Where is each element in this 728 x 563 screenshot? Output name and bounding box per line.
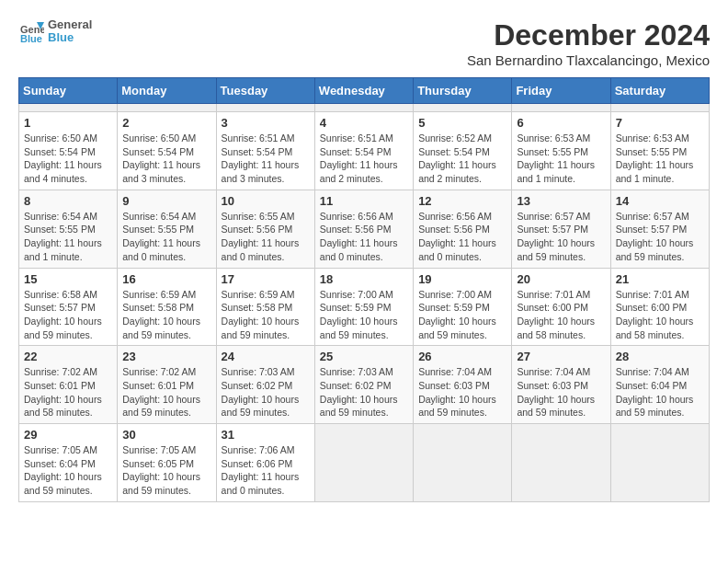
calendar-week-row: 15Sunrise: 6:58 AMSunset: 5:57 PMDayligh… xyxy=(19,268,710,346)
day-of-week-header: Monday xyxy=(118,78,216,104)
day-content: Sunrise: 6:53 AMSunset: 5:55 PMDaylight:… xyxy=(616,132,704,186)
day-number: 24 xyxy=(222,350,310,363)
logo-line2: Blue xyxy=(48,31,92,44)
day-content: Sunrise: 7:01 AMSunset: 6:00 PMDaylight:… xyxy=(616,288,704,342)
day-content: Sunrise: 7:00 AMSunset: 5:59 PMDaylight:… xyxy=(418,288,506,342)
day-number: 5 xyxy=(418,116,506,130)
day-number: 25 xyxy=(320,350,408,363)
day-number: 12 xyxy=(418,194,506,208)
day-content: Sunrise: 7:04 AMSunset: 6:03 PMDaylight:… xyxy=(418,365,506,419)
day-content: Sunrise: 6:57 AMSunset: 5:57 PMDaylight:… xyxy=(616,210,704,264)
calendar-day-cell xyxy=(610,104,709,112)
calendar-day-cell: 19Sunrise: 7:00 AMSunset: 5:59 PMDayligh… xyxy=(414,268,512,346)
logo-text: General Blue xyxy=(48,18,92,45)
calendar-day-cell: 1Sunrise: 6:50 AMSunset: 5:54 PMDaylight… xyxy=(19,112,118,190)
calendar-week-row: 22Sunrise: 7:02 AMSunset: 6:01 PMDayligh… xyxy=(19,346,710,424)
day-content: Sunrise: 6:59 AMSunset: 5:58 PMDaylight:… xyxy=(222,288,310,342)
day-content: Sunrise: 6:57 AMSunset: 5:57 PMDaylight:… xyxy=(517,210,605,264)
svg-text:Blue: Blue xyxy=(20,33,42,44)
day-of-week-header: Saturday xyxy=(610,78,709,104)
day-number: 1 xyxy=(24,116,112,130)
day-content: Sunrise: 7:05 AMSunset: 6:04 PMDaylight:… xyxy=(24,443,112,498)
calendar-day-cell: 16Sunrise: 6:59 AMSunset: 5:58 PMDayligh… xyxy=(118,268,216,346)
day-content: Sunrise: 6:54 AMSunset: 5:55 PMDaylight:… xyxy=(24,210,112,264)
calendar-day-cell xyxy=(216,104,314,112)
day-content: Sunrise: 7:06 AMSunset: 6:06 PMDaylight:… xyxy=(222,443,310,498)
day-content: Sunrise: 6:55 AMSunset: 5:56 PMDaylight:… xyxy=(222,210,310,264)
day-number: 18 xyxy=(320,272,408,286)
day-number: 28 xyxy=(616,350,704,363)
calendar-day-cell: 6Sunrise: 6:53 AMSunset: 5:55 PMDaylight… xyxy=(512,112,610,190)
calendar-day-cell: 11Sunrise: 6:56 AMSunset: 5:56 PMDayligh… xyxy=(314,190,413,268)
calendar-header-row: SundayMondayTuesdayWednesdayThursdayFrid… xyxy=(19,78,710,104)
calendar-day-cell: 17Sunrise: 6:59 AMSunset: 5:58 PMDayligh… xyxy=(216,268,314,346)
day-content: Sunrise: 6:50 AMSunset: 5:54 PMDaylight:… xyxy=(24,132,112,186)
day-of-week-header: Sunday xyxy=(19,78,118,104)
day-content: Sunrise: 7:02 AMSunset: 6:01 PMDaylight:… xyxy=(122,365,210,419)
calendar-day-cell: 12Sunrise: 6:56 AMSunset: 5:56 PMDayligh… xyxy=(414,190,512,268)
calendar-day-cell: 21Sunrise: 7:01 AMSunset: 6:00 PMDayligh… xyxy=(610,268,709,346)
calendar-day-cell xyxy=(314,424,413,502)
day-number: 27 xyxy=(517,350,605,363)
day-content: Sunrise: 7:03 AMSunset: 6:02 PMDaylight:… xyxy=(320,365,408,419)
calendar-day-cell: 25Sunrise: 7:03 AMSunset: 6:02 PMDayligh… xyxy=(314,346,413,424)
calendar-day-cell: 26Sunrise: 7:04 AMSunset: 6:03 PMDayligh… xyxy=(414,346,512,424)
calendar-day-cell xyxy=(414,104,512,112)
day-of-week-header: Thursday xyxy=(414,78,512,104)
calendar-week-row xyxy=(19,104,710,112)
calendar-day-cell xyxy=(512,424,610,502)
day-number: 3 xyxy=(222,116,310,130)
day-number: 19 xyxy=(418,272,506,286)
day-content: Sunrise: 7:00 AMSunset: 5:59 PMDaylight:… xyxy=(320,288,408,342)
calendar-day-cell: 4Sunrise: 6:51 AMSunset: 5:54 PMDaylight… xyxy=(314,112,413,190)
day-number: 8 xyxy=(24,194,112,208)
day-number: 9 xyxy=(122,194,210,208)
day-content: Sunrise: 6:56 AMSunset: 5:56 PMDaylight:… xyxy=(418,210,506,264)
page-title: December 2024 xyxy=(467,18,710,52)
calendar-day-cell xyxy=(414,424,512,502)
calendar-day-cell: 3Sunrise: 6:51 AMSunset: 5:54 PMDaylight… xyxy=(216,112,314,190)
calendar-day-cell: 15Sunrise: 6:58 AMSunset: 5:57 PMDayligh… xyxy=(19,268,118,346)
day-number: 22 xyxy=(24,350,112,363)
day-content: Sunrise: 6:50 AMSunset: 5:54 PMDaylight:… xyxy=(122,132,210,186)
calendar-day-cell: 31Sunrise: 7:06 AMSunset: 6:06 PMDayligh… xyxy=(216,424,314,502)
day-content: Sunrise: 7:03 AMSunset: 6:02 PMDaylight:… xyxy=(222,365,310,419)
day-content: Sunrise: 6:58 AMSunset: 5:57 PMDaylight:… xyxy=(24,288,112,342)
calendar-day-cell: 5Sunrise: 6:52 AMSunset: 5:54 PMDaylight… xyxy=(414,112,512,190)
day-number: 31 xyxy=(222,428,310,442)
calendar-day-cell xyxy=(118,104,216,112)
day-number: 15 xyxy=(24,272,112,286)
day-of-week-header: Wednesday xyxy=(314,78,413,104)
logo-icon: General Blue xyxy=(18,18,44,44)
day-content: Sunrise: 6:59 AMSunset: 5:58 PMDaylight:… xyxy=(122,288,210,342)
day-content: Sunrise: 6:52 AMSunset: 5:54 PMDaylight:… xyxy=(418,132,506,186)
day-content: Sunrise: 7:05 AMSunset: 6:05 PMDaylight:… xyxy=(122,443,210,498)
calendar-day-cell: 22Sunrise: 7:02 AMSunset: 6:01 PMDayligh… xyxy=(19,346,118,424)
day-content: Sunrise: 7:04 AMSunset: 6:03 PMDaylight:… xyxy=(517,365,605,419)
title-area: December 2024 San Bernardino Tlaxcalanci… xyxy=(467,18,710,68)
day-number: 30 xyxy=(122,428,210,442)
day-content: Sunrise: 7:04 AMSunset: 6:04 PMDaylight:… xyxy=(616,365,704,419)
day-content: Sunrise: 6:51 AMSunset: 5:54 PMDaylight:… xyxy=(320,132,408,186)
calendar-day-cell: 29Sunrise: 7:05 AMSunset: 6:04 PMDayligh… xyxy=(19,424,118,502)
calendar-day-cell: 30Sunrise: 7:05 AMSunset: 6:05 PMDayligh… xyxy=(118,424,216,502)
day-number: 14 xyxy=(616,194,704,208)
calendar-day-cell xyxy=(314,104,413,112)
logo-line1: General xyxy=(48,18,92,31)
day-number: 11 xyxy=(320,194,408,208)
calendar-day-cell: 27Sunrise: 7:04 AMSunset: 6:03 PMDayligh… xyxy=(512,346,610,424)
calendar-table: SundayMondayTuesdayWednesdayThursdayFrid… xyxy=(18,77,710,502)
calendar-day-cell: 13Sunrise: 6:57 AMSunset: 5:57 PMDayligh… xyxy=(512,190,610,268)
day-number: 29 xyxy=(24,428,112,442)
day-content: Sunrise: 7:02 AMSunset: 6:01 PMDaylight:… xyxy=(24,365,112,419)
calendar-day-cell: 18Sunrise: 7:00 AMSunset: 5:59 PMDayligh… xyxy=(314,268,413,346)
day-number: 17 xyxy=(222,272,310,286)
calendar-week-row: 29Sunrise: 7:05 AMSunset: 6:04 PMDayligh… xyxy=(19,424,710,502)
calendar-week-row: 1Sunrise: 6:50 AMSunset: 5:54 PMDaylight… xyxy=(19,112,710,190)
day-number: 20 xyxy=(517,272,605,286)
calendar-day-cell: 9Sunrise: 6:54 AMSunset: 5:55 PMDaylight… xyxy=(118,190,216,268)
calendar-day-cell xyxy=(512,104,610,112)
day-number: 16 xyxy=(122,272,210,286)
day-number: 13 xyxy=(517,194,605,208)
calendar-day-cell xyxy=(610,424,709,502)
